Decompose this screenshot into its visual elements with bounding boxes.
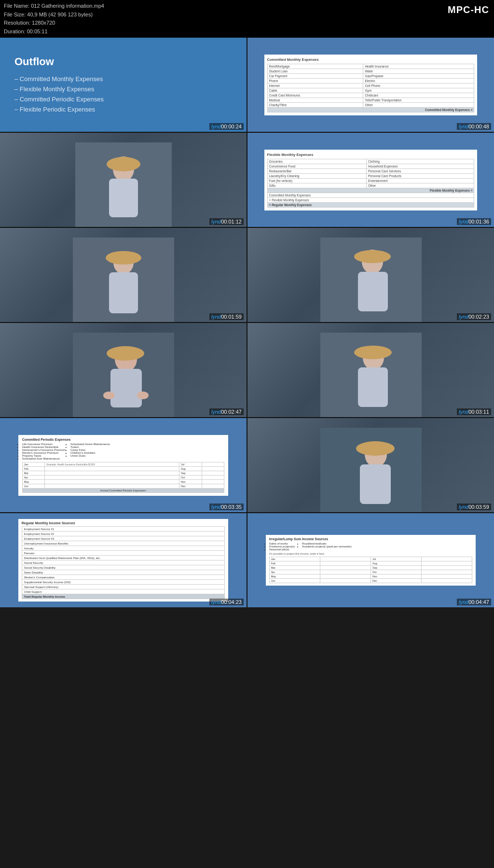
periodic-right-list: Scheduled Home Maintenance Tuition Camp … <box>70 443 110 460</box>
svg-rect-11 <box>354 250 391 263</box>
instructor-svg-4 <box>73 333 174 417</box>
committed-monthly-table: Rent/MortgageHealth Insurance Student Lo… <box>267 64 475 112</box>
duration: Duration: 00:05:11 <box>4 28 490 36</box>
timestamp-1: lynd00:00:24 <box>209 123 244 130</box>
outflow-item-3: – Committed Periodic Expenses <box>14 96 232 103</box>
cell-flexible-monthly-sheet: Flexible Monthly Expenses GroceriesCloth… <box>247 133 494 227</box>
flexible-monthly-table: GroceriesClothing Convenience FoodHouseh… <box>267 159 475 208</box>
timestamp-5: lynd00:01:59 <box>209 313 244 320</box>
instructor-bg-1 <box>0 133 247 227</box>
thumbnail-grid: Outflow – Committed Monthly Expenses – F… <box>0 38 494 607</box>
instructor-bg-3 <box>247 228 494 322</box>
irregular-cols: Sales of works Freelance project(s) Seas… <box>269 542 473 551</box>
cell-video-5: lynd00:03:11 <box>247 323 494 417</box>
regular-income-table: Employment Source #1 Employment Source #… <box>22 526 225 599</box>
irregular-income-inner: Irregular/Lump Sum Income Sources Sales … <box>266 535 476 586</box>
timestamp-12: lynd00:04:47 <box>457 599 491 605</box>
outflow-item-1: – Committed Monthly Expenses <box>14 75 232 83</box>
instructor-bg-6 <box>247 418 494 512</box>
filename: File Name: 012 Gathering information.mp4 <box>4 2 490 11</box>
irregular-right-list: Royalties/residuals Academic projects (p… <box>302 542 352 551</box>
periodic-cols: Life Insurance Premium Health Insurance … <box>22 443 225 460</box>
timestamp-10: lynd00:03:59 <box>457 504 491 510</box>
svg-rect-6 <box>109 272 138 313</box>
regular-income-inner: Regular Monthly Income Sources Employmen… <box>18 519 229 602</box>
outflow-title: Outflow <box>14 56 232 68</box>
cell-outflow: Outflow – Committed Monthly Expenses – F… <box>0 38 247 132</box>
svg-rect-24 <box>360 464 391 504</box>
irregular-income-title: Irregular/Lump Sum Income Sources <box>269 537 473 541</box>
svg-point-16 <box>103 392 115 399</box>
cell-regular-income: Regular Monthly Income Sources Employmen… <box>0 513 247 607</box>
filesize: File Size: 40,9 MB (42 906 123 bytes) <box>4 11 490 19</box>
timestamp-7: lynd00:02:47 <box>209 408 244 415</box>
svg-rect-25 <box>356 441 395 456</box>
cell-video-4: lynd00:02:47 <box>0 323 247 417</box>
irregular-note: It's possible to project this income, en… <box>269 552 473 555</box>
periodic-left-list: Life Insurance Premium Health Insurance … <box>22 443 66 460</box>
flexible-monthly-title: Flexible Monthly Expenses <box>267 153 475 157</box>
svg-rect-14 <box>110 369 142 407</box>
timestamp-9: lynd00:03:35 <box>209 504 244 510</box>
irregular-month-table: JanJul FebAug MarSep AprOct MayNov JunDe… <box>269 557 473 583</box>
svg-rect-20 <box>358 367 388 407</box>
svg-rect-10 <box>358 272 388 311</box>
timestamp-3: lynd00:01:12 <box>209 218 244 225</box>
cell-irregular-income: Irregular/Lump Sum Income Sources Sales … <box>247 513 494 607</box>
timestamp-8: lynd00:03:11 <box>457 408 491 415</box>
cell-periodic-sheet: Committed Periodic Expenses Life Insuran… <box>0 418 247 512</box>
timestamp-2: lynd00:00:48 <box>457 123 491 130</box>
committed-monthly-title: Committed Monthly Expenses <box>267 57 475 62</box>
instructor-svg-5 <box>320 333 422 417</box>
outflow-item-4: – Flexible Periodic Expenses <box>14 106 232 113</box>
instructor-bg-2 <box>0 228 247 322</box>
irregular-left-list: Sales of works Freelance project(s) Seas… <box>269 542 295 551</box>
cell-video-1: lynd00:01:12 <box>0 133 247 227</box>
cell-video-3: lynd00:02:23 <box>247 228 494 322</box>
svg-rect-2 <box>109 179 138 217</box>
cell-committed-monthly-sheet: Committed Monthly Expenses Rent/Mortgage… <box>247 38 494 132</box>
instructor-bg-4 <box>0 323 247 417</box>
instructor-bg-5 <box>247 323 494 417</box>
meta-bar: File Name: 012 Gathering information.mp4… <box>0 0 494 38</box>
periodic-title: Committed Periodic Expenses <box>22 438 225 441</box>
svg-rect-7 <box>106 251 141 265</box>
periodic-month-table: JanExample: Health Insurance Deductible … <box>22 462 225 493</box>
svg-rect-21 <box>354 346 392 359</box>
cell-video-2: lynd00:01:59 <box>0 228 247 322</box>
instructor-svg-1 <box>75 142 172 227</box>
svg-point-17 <box>137 392 149 399</box>
flexible-monthly-inner: Flexible Monthly Expenses GroceriesCloth… <box>264 150 478 210</box>
timestamp-6: lynd00:02:23 <box>457 313 491 320</box>
outflow-item-2: – Flexible Monthly Expenses <box>14 85 232 93</box>
regular-income-title: Regular Monthly Income Sources <box>22 521 225 525</box>
cell-video-6: lynd00:03:59 <box>247 418 494 512</box>
svg-rect-3 <box>107 157 140 171</box>
instructor-svg-2 <box>73 238 174 322</box>
timestamp-4: lynd00:01:36 <box>457 218 491 225</box>
instructor-svg-3 <box>320 238 422 322</box>
resolution: Resolution: 1280x720 <box>4 19 490 28</box>
committed-monthly-inner: Committed Monthly Expenses Rent/Mortgage… <box>264 55 478 115</box>
periodic-inner: Committed Periodic Expenses Life Insuran… <box>18 435 229 496</box>
instructor-svg-6 <box>320 428 422 512</box>
mpc-hc-watermark: MPC-HC <box>448 2 489 17</box>
timestamp-11: lynd00:04:23 <box>209 599 244 605</box>
svg-rect-15 <box>107 346 144 361</box>
